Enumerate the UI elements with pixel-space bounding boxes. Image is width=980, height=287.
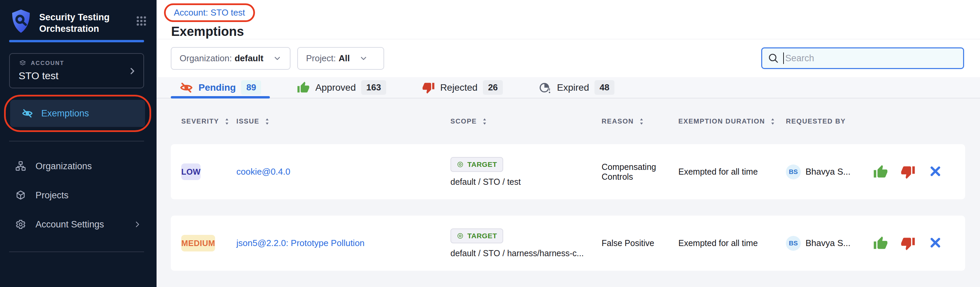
sidebar-item-exemptions[interactable]: Exemptions bbox=[10, 100, 145, 127]
tab-pending[interactable]: Pending 89 bbox=[171, 77, 270, 98]
breadcrumb-account-link[interactable]: Account: STO test bbox=[174, 8, 245, 18]
tab-label: Approved bbox=[315, 82, 356, 93]
requester-name: Bhavya S... bbox=[805, 238, 851, 249]
thumbs-down-icon bbox=[900, 164, 915, 179]
sidebar: Security Testing Orchestration ACCOUNT bbox=[0, 0, 157, 287]
scope-path: default / STO / test bbox=[450, 177, 521, 187]
thumbs-up-icon bbox=[873, 164, 888, 179]
sidebar-divider bbox=[9, 141, 144, 142]
search-box bbox=[761, 47, 964, 69]
sidebar-item-account-settings[interactable]: Account Settings bbox=[0, 213, 156, 236]
accent-bar bbox=[9, 40, 144, 42]
severity-badge: MEDIUM bbox=[181, 235, 215, 252]
gear-icon bbox=[15, 219, 26, 230]
tab-bar: Pending 89 Approved 163 Rejected 26 bbox=[157, 77, 980, 99]
chevron-down-icon bbox=[273, 54, 282, 62]
sidebar-header: Security Testing Orchestration bbox=[0, 0, 156, 35]
sidebar-item-label: Account Settings bbox=[35, 219, 104, 230]
column-header-reason[interactable]: REASON bbox=[601, 118, 678, 125]
column-header-scope[interactable]: SCOPE bbox=[450, 118, 601, 125]
sidebar-item-projects[interactable]: Projects bbox=[0, 184, 156, 206]
account-label: ACCOUNT bbox=[31, 60, 64, 67]
reject-button[interactable] bbox=[900, 236, 915, 251]
issue-link[interactable]: json5@2.2.0: Prototype Pollution bbox=[236, 238, 364, 248]
thumbs-down-icon bbox=[422, 81, 435, 94]
scope-cell: TARGET default / STO / harness/harness-c… bbox=[450, 228, 601, 258]
main-content: Account: STO test Exemptions Organizatio… bbox=[157, 0, 980, 287]
project-filter-label: Project: bbox=[306, 53, 336, 64]
sto-shield-logo bbox=[10, 9, 32, 34]
project-filter-dropdown[interactable]: Project: All bbox=[297, 47, 384, 70]
sort-icon bbox=[264, 118, 270, 125]
annotation-breadcrumb-highlight: Account: STO test bbox=[164, 3, 255, 22]
reason-cell: False Positive bbox=[601, 238, 678, 248]
layers-icon bbox=[19, 59, 27, 67]
organization-filter-dropdown[interactable]: Organization: default bbox=[171, 47, 291, 70]
tab-expired[interactable]: Expired 48 bbox=[530, 77, 623, 98]
approve-button[interactable] bbox=[873, 236, 888, 251]
page-header: Account: STO test Exemptions bbox=[157, 0, 980, 39]
row-actions bbox=[869, 164, 955, 179]
sidebar-item-label: Exemptions bbox=[41, 108, 89, 119]
sitemap-icon bbox=[15, 161, 26, 172]
text-caret bbox=[783, 53, 784, 64]
severity-badge: LOW bbox=[181, 163, 200, 180]
target-badge: TARGET bbox=[450, 228, 503, 243]
sort-icon bbox=[224, 118, 230, 125]
requester-name: Bhavya S... bbox=[805, 166, 851, 177]
tab-count-badge: 163 bbox=[361, 80, 386, 95]
sidebar-item-label: Projects bbox=[35, 190, 68, 201]
tab-approved[interactable]: Approved 163 bbox=[288, 77, 395, 98]
tab-label: Rejected bbox=[440, 82, 478, 93]
scope-cell: TARGET default / STO / test bbox=[450, 157, 601, 187]
column-header-requested-by: REQUESTED BY bbox=[786, 118, 869, 125]
eye-off-icon bbox=[22, 108, 33, 119]
app-root: Security Testing Orchestration ACCOUNT bbox=[0, 0, 980, 287]
module-grid-icon[interactable] bbox=[135, 15, 148, 27]
search-input[interactable] bbox=[785, 53, 958, 64]
column-header-severity[interactable]: SEVERITY bbox=[181, 118, 236, 125]
tab-count-badge: 26 bbox=[483, 80, 503, 95]
account-caption: ACCOUNT bbox=[19, 59, 137, 67]
table-row: MEDIUM json5@2.2.0: Prototype Pollution … bbox=[171, 215, 965, 271]
sort-icon bbox=[769, 118, 776, 125]
target-badge: TARGET bbox=[450, 157, 503, 172]
issue-link[interactable]: cookie@0.4.0 bbox=[236, 166, 290, 177]
sidebar-nav: Organizations Projects A bbox=[0, 155, 156, 236]
tab-count-badge: 48 bbox=[595, 80, 614, 95]
reason-cell: Compensating Controls bbox=[601, 162, 678, 182]
account-selector[interactable]: ACCOUNT STO test bbox=[9, 53, 144, 88]
approve-button[interactable] bbox=[873, 164, 888, 179]
table-header-row: SEVERITY ISSUE SCOPE bbox=[171, 99, 965, 144]
cancel-request-button[interactable] bbox=[928, 236, 943, 251]
column-header-exemption-duration[interactable]: EXEMPTION DURATION bbox=[678, 118, 786, 125]
thumbs-up-icon bbox=[297, 81, 310, 94]
organization-filter-value: default bbox=[235, 53, 263, 64]
duration-cell: Exempted for all time bbox=[678, 167, 786, 177]
requested-by-cell: BS Bhavya S... bbox=[786, 164, 869, 179]
sidebar-divider bbox=[9, 252, 144, 252]
thumbs-down-icon bbox=[900, 236, 915, 251]
table-row: LOW cookie@0.4.0 TARGET default / STO / … bbox=[171, 144, 965, 199]
tab-rejected[interactable]: Rejected 26 bbox=[413, 77, 512, 98]
avatar: BS bbox=[786, 164, 801, 179]
thumbs-up-icon bbox=[873, 236, 888, 251]
tab-label: Pending bbox=[199, 82, 236, 93]
row-actions bbox=[869, 236, 955, 251]
tab-label: Expired bbox=[557, 82, 589, 93]
exemptions-table: SEVERITY ISSUE SCOPE bbox=[157, 99, 980, 287]
column-header-issue[interactable]: ISSUE bbox=[236, 118, 450, 125]
filter-bar: Organization: default Project: All bbox=[157, 39, 980, 77]
reject-button[interactable] bbox=[900, 164, 915, 179]
sidebar-item-label: Organizations bbox=[35, 161, 92, 172]
sidebar-item-organizations[interactable]: Organizations bbox=[0, 155, 156, 177]
expired-clock-icon bbox=[539, 81, 552, 94]
sort-icon bbox=[481, 118, 488, 125]
tab-count-badge: 89 bbox=[241, 80, 261, 95]
annotation-exemptions-highlight: Exemptions bbox=[4, 95, 151, 132]
requested-by-cell: BS Bhavya S... bbox=[786, 236, 869, 251]
sort-icon bbox=[638, 118, 645, 125]
project-filter-value: All bbox=[339, 53, 350, 64]
page-title: Exemptions bbox=[171, 24, 980, 39]
cancel-request-button[interactable] bbox=[928, 164, 943, 179]
